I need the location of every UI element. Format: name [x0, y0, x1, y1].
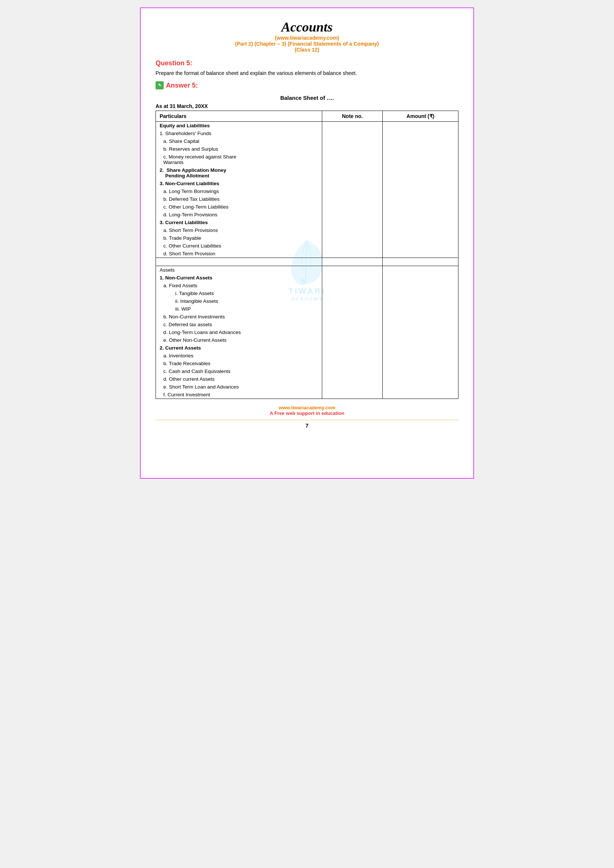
assets-heading-label: Assets	[156, 266, 322, 274]
header-subtitle: (Part 2) (Chapter – 3) (Financial Statem…	[155, 41, 459, 47]
long-term-borrowings-row: a. Long Term Borrowings	[156, 188, 459, 195]
fixed-assets-label: a. Fixed Assets	[156, 282, 322, 290]
trade-payable-row: b. Trade Payable	[156, 234, 459, 242]
inventories-row: a. Inventories	[156, 352, 459, 360]
equity-liabilities-label: Equity and Liabilities	[156, 122, 322, 130]
non-current-liabilities-row: 3. Non-Current Liabilities	[156, 180, 459, 188]
other-current-liabilities-label: c. Other Current Liabilities	[156, 242, 322, 250]
equity-liabilities-amount	[383, 122, 459, 130]
trade-payable-label: b. Trade Payable	[156, 234, 322, 242]
current-investment-label: f. Current Investment	[156, 391, 322, 399]
answer-label: ✎ Answer 5:	[155, 81, 459, 90]
col-note-no: Note no.	[322, 111, 383, 122]
short-term-loan-label: e. Short Term Loan and Advances	[156, 383, 322, 391]
cash-equivalents-label: c. Cash and Cash Equivalents	[156, 367, 322, 375]
intangible-assets-row: ii. Intangible Assets	[156, 297, 459, 305]
non-current-investments-label: b. Non-Current Investments	[156, 313, 322, 321]
footer-url: www.tiwariacademy.com	[155, 405, 459, 411]
page-number: 7	[155, 422, 459, 429]
intangible-assets-label: ii. Intangible Assets	[156, 297, 322, 305]
answer-label-text: Answer 5:	[166, 82, 198, 90]
long-term-provisions-row: d. Long-Term Provisions	[156, 211, 459, 219]
trade-receivables-label: b. Trade Receivables	[156, 360, 322, 367]
reserves-row: b. Reserves and Surplus	[156, 145, 459, 153]
inventories-label: a. Inventories	[156, 352, 322, 360]
other-long-term-label: c. Other Long-Term Liabilities	[156, 203, 322, 211]
share-capital-row: a. Share Capital	[156, 137, 459, 145]
short-term-loan-row: e. Short Term Loan and Advances	[156, 383, 459, 391]
col-particulars: Particulars	[156, 111, 322, 122]
question-text: Prepare the format of balance sheet and …	[155, 70, 459, 76]
non-current-investments-row: b. Non-Current Investments	[156, 313, 459, 321]
deferred-tax-row: b. Deferred Tax Liabilities	[156, 195, 459, 203]
fixed-assets-row: a. Fixed Assets	[156, 282, 459, 290]
shareholders-row: 1. Shareholders' Funds	[156, 130, 459, 137]
deferred-tax-assets-label: c. Deferred tax assets	[156, 321, 322, 329]
equity-liabilities-row: Equity and Liabilities	[156, 122, 459, 130]
balance-table: Particulars Note no. Amount (₹) Equity a…	[155, 111, 459, 399]
money-received-row: c. Money received against ShareWarrants	[156, 153, 459, 166]
divider-row	[156, 258, 459, 266]
deferred-tax-assets-row: c. Deferred tax assets	[156, 321, 459, 329]
balance-sheet-date: As at 31 March, 20XX	[155, 103, 459, 109]
cash-equivalents-row: c. Cash and Cash Equivalents	[156, 367, 459, 375]
deferred-tax-label: b. Deferred Tax Liabilities	[156, 195, 322, 203]
current-liabilities-row: 3. Current Liabilities	[156, 219, 459, 226]
short-term-provisions-row: a. Short Term Provisions	[156, 226, 459, 234]
other-long-term-row: c. Other Long-Term Liabilities	[156, 203, 459, 211]
question-label: Question 5:	[155, 59, 459, 67]
long-term-loans-row: d. Long-Term Loans and Advances	[156, 329, 459, 336]
wip-row: iii. WIP	[156, 305, 459, 313]
current-liabilities-label: 3. Current Liabilities	[156, 219, 322, 226]
current-investment-row: f. Current Investment	[156, 391, 459, 399]
current-assets-row: 2. Current Assets	[156, 344, 459, 352]
page-footer: www.tiwariacademy.com A Free web support…	[155, 405, 459, 416]
share-application-label: 2. Share Application Money Pending Allot…	[156, 166, 322, 180]
wip-label: iii. WIP	[156, 305, 322, 313]
footer-divider	[155, 420, 459, 420]
main-title: Accounts	[155, 19, 459, 35]
non-current-liabilities-label: 3. Non-Current Liabilities	[156, 180, 322, 188]
other-non-current-row: e. Other Non-Current Assets	[156, 336, 459, 344]
other-current-assets-label: d. Other current Assets	[156, 375, 322, 383]
short-term-provision-row: d. Short Term Provision	[156, 250, 459, 258]
share-capital-label: a. Share Capital	[156, 137, 322, 145]
header-url: (www.tiwariacademy.com)	[155, 35, 459, 41]
non-current-assets-row: 1. Non-Current Assets	[156, 274, 459, 282]
header-class: (Class 12)	[155, 47, 459, 53]
long-term-borrowings-label: a. Long Term Borrowings	[156, 188, 322, 195]
tangible-assets-label: i. Tangible Assets	[156, 290, 322, 297]
assets-heading-row: Assets	[156, 266, 459, 274]
long-term-loans-label: d. Long-Term Loans and Advances	[156, 329, 322, 336]
trade-receivables-row: b. Trade Receivables	[156, 360, 459, 367]
other-current-assets-row: d. Other current Assets	[156, 375, 459, 383]
short-term-provision-label: d. Short Term Provision	[156, 250, 322, 258]
footer-tagline: A Free web support in education	[155, 411, 459, 416]
shareholders-label: 1. Shareholders' Funds	[156, 130, 322, 137]
other-non-current-label: e. Other Non-Current Assets	[156, 336, 322, 344]
equity-liabilities-note	[322, 122, 383, 130]
share-application-row: 2. Share Application Money Pending Allot…	[156, 166, 459, 180]
balance-sheet-title: Balance Sheet of ….	[155, 95, 459, 101]
non-current-assets-label: 1. Non-Current Assets	[156, 274, 322, 282]
answer-icon: ✎	[155, 81, 164, 90]
short-term-provisions-label: a. Short Term Provisions	[156, 226, 322, 234]
current-assets-label: 2. Current Assets	[156, 344, 322, 352]
money-received-label: c. Money received against ShareWarrants	[156, 153, 322, 166]
col-amount: Amount (₹)	[383, 111, 459, 122]
long-term-provisions-label: d. Long-Term Provisions	[156, 211, 322, 219]
tangible-assets-row: i. Tangible Assets	[156, 290, 459, 297]
other-current-liabilities-row: c. Other Current Liabilities	[156, 242, 459, 250]
reserves-label: b. Reserves and Surplus	[156, 145, 322, 153]
page-container: Accounts (www.tiwariacademy.com) (Part 2…	[140, 8, 474, 479]
page-header: Accounts (www.tiwariacademy.com) (Part 2…	[155, 19, 459, 53]
